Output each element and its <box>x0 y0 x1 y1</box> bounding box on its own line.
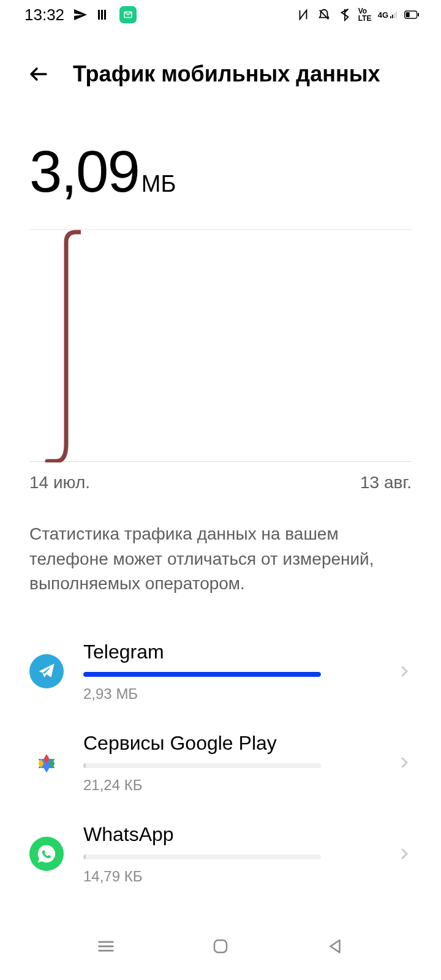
bluetooth-icon <box>337 7 352 22</box>
app-usage-text: 14,79 КБ <box>83 868 377 885</box>
dnd-icon <box>317 7 331 22</box>
chevron-right-icon <box>397 755 412 770</box>
usage-chart[interactable]: 14 июл. 13 авг. <box>29 229 412 492</box>
page-header: Трафик мобильных данных <box>0 29 441 87</box>
app-usage-bar <box>83 672 321 677</box>
chevron-right-icon <box>397 846 412 861</box>
telegram-plane-icon <box>73 7 88 22</box>
svg-rect-9 <box>406 12 410 17</box>
svg-rect-2 <box>104 10 106 20</box>
disclaimer-text: Статистика трафика данных на вашем телеф… <box>0 492 441 597</box>
volte-icon: Vo LTE <box>358 7 372 22</box>
app-usage-bar <box>83 854 321 859</box>
svg-rect-0 <box>98 10 100 20</box>
svg-rect-3 <box>390 16 391 18</box>
google-play-services-icon <box>29 745 64 780</box>
chevron-right-icon <box>397 664 412 679</box>
svg-rect-1 <box>101 10 103 20</box>
back-nav-button[interactable] <box>320 932 350 961</box>
signal-4g-icon: 4G <box>378 10 398 20</box>
nfc-icon <box>296 7 311 22</box>
bars-icon <box>96 7 111 22</box>
app-name: WhatsApp <box>83 823 377 846</box>
app-usage-text: 2,93 МБ <box>83 685 377 703</box>
recent-apps-button[interactable] <box>91 932 121 961</box>
app-row-google-play-services[interactable]: Сервисы Google Play 21,24 КБ <box>29 717 412 809</box>
app-name: Сервисы Google Play <box>83 732 377 755</box>
page-title: Трафик мобильных данных <box>73 61 380 87</box>
total-value: 3,09 <box>29 138 139 204</box>
total-unit: МБ <box>141 171 176 197</box>
chart-end-label: 13 авг. <box>360 473 412 492</box>
app-usage-text: 21,24 КБ <box>83 777 377 794</box>
svg-rect-5 <box>394 13 395 18</box>
svg-rect-8 <box>418 13 419 16</box>
app-usage-list: Telegram 2,93 МБ Сервисы Google Play 21,… <box>0 597 441 900</box>
chart-start-label: 14 июл. <box>29 473 90 492</box>
total-usage: 3,09МБ <box>0 87 441 201</box>
svg-rect-10 <box>214 940 227 952</box>
back-button[interactable] <box>28 63 50 85</box>
status-time: 13:32 <box>24 6 64 24</box>
whatsapp-icon <box>29 837 64 871</box>
status-bar: 13:32 Vo LTE 4G <box>0 0 441 29</box>
svg-rect-4 <box>392 15 393 18</box>
telegram-icon <box>29 654 64 688</box>
svg-rect-6 <box>396 12 397 18</box>
battery-icon <box>404 7 419 22</box>
app-name: Telegram <box>83 641 377 663</box>
app-row-whatsapp[interactable]: WhatsApp 14,79 КБ <box>29 809 412 900</box>
app-usage-bar <box>83 763 321 768</box>
app-row-telegram[interactable]: Telegram 2,93 МБ <box>29 626 412 717</box>
system-nav-bar <box>0 913 441 980</box>
mail-app-icon <box>119 6 137 23</box>
home-button[interactable] <box>206 932 235 961</box>
chart-line-icon <box>44 230 81 462</box>
